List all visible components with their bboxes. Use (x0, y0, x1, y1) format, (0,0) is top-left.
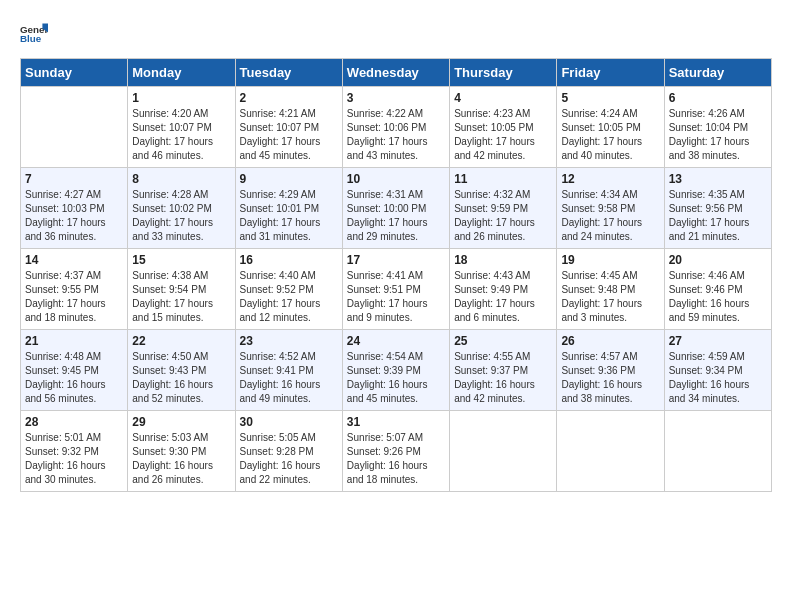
day-of-week-header: Tuesday (235, 59, 342, 87)
calendar-day-cell: 1Sunrise: 4:20 AM Sunset: 10:07 PM Dayli… (128, 87, 235, 168)
day-info: Sunrise: 4:57 AM Sunset: 9:36 PM Dayligh… (561, 350, 659, 406)
day-info: Sunrise: 4:48 AM Sunset: 9:45 PM Dayligh… (25, 350, 123, 406)
day-number: 19 (561, 253, 659, 267)
day-info: Sunrise: 4:40 AM Sunset: 9:52 PM Dayligh… (240, 269, 338, 325)
calendar-day-cell: 7Sunrise: 4:27 AM Sunset: 10:03 PM Dayli… (21, 168, 128, 249)
calendar-day-cell: 30Sunrise: 5:05 AM Sunset: 9:28 PM Dayli… (235, 411, 342, 492)
calendar-table: SundayMondayTuesdayWednesdayThursdayFrid… (20, 58, 772, 492)
day-number: 6 (669, 91, 767, 105)
day-number: 29 (132, 415, 230, 429)
calendar-day-cell: 3Sunrise: 4:22 AM Sunset: 10:06 PM Dayli… (342, 87, 449, 168)
day-info: Sunrise: 4:46 AM Sunset: 9:46 PM Dayligh… (669, 269, 767, 325)
calendar-day-cell: 14Sunrise: 4:37 AM Sunset: 9:55 PM Dayli… (21, 249, 128, 330)
day-of-week-header: Sunday (21, 59, 128, 87)
day-number: 9 (240, 172, 338, 186)
calendar-day-cell (21, 87, 128, 168)
day-number: 28 (25, 415, 123, 429)
day-info: Sunrise: 4:21 AM Sunset: 10:07 PM Daylig… (240, 107, 338, 163)
calendar-day-cell: 15Sunrise: 4:38 AM Sunset: 9:54 PM Dayli… (128, 249, 235, 330)
day-info: Sunrise: 5:05 AM Sunset: 9:28 PM Dayligh… (240, 431, 338, 487)
calendar-day-cell: 26Sunrise: 4:57 AM Sunset: 9:36 PM Dayli… (557, 330, 664, 411)
day-number: 23 (240, 334, 338, 348)
day-number: 31 (347, 415, 445, 429)
day-number: 1 (132, 91, 230, 105)
day-number: 2 (240, 91, 338, 105)
day-info: Sunrise: 4:35 AM Sunset: 9:56 PM Dayligh… (669, 188, 767, 244)
day-number: 3 (347, 91, 445, 105)
calendar-day-cell (557, 411, 664, 492)
day-number: 25 (454, 334, 552, 348)
day-number: 21 (25, 334, 123, 348)
calendar-week-row: 21Sunrise: 4:48 AM Sunset: 9:45 PM Dayli… (21, 330, 772, 411)
svg-text:Blue: Blue (20, 33, 42, 44)
calendar-day-cell: 22Sunrise: 4:50 AM Sunset: 9:43 PM Dayli… (128, 330, 235, 411)
day-info: Sunrise: 5:03 AM Sunset: 9:30 PM Dayligh… (132, 431, 230, 487)
day-info: Sunrise: 4:43 AM Sunset: 9:49 PM Dayligh… (454, 269, 552, 325)
day-info: Sunrise: 5:01 AM Sunset: 9:32 PM Dayligh… (25, 431, 123, 487)
calendar-day-cell: 17Sunrise: 4:41 AM Sunset: 9:51 PM Dayli… (342, 249, 449, 330)
calendar-day-cell: 31Sunrise: 5:07 AM Sunset: 9:26 PM Dayli… (342, 411, 449, 492)
day-number: 15 (132, 253, 230, 267)
day-number: 5 (561, 91, 659, 105)
calendar-day-cell: 2Sunrise: 4:21 AM Sunset: 10:07 PM Dayli… (235, 87, 342, 168)
calendar-day-cell: 20Sunrise: 4:46 AM Sunset: 9:46 PM Dayli… (664, 249, 771, 330)
day-info: Sunrise: 4:20 AM Sunset: 10:07 PM Daylig… (132, 107, 230, 163)
day-of-week-header: Thursday (450, 59, 557, 87)
calendar-day-cell: 16Sunrise: 4:40 AM Sunset: 9:52 PM Dayli… (235, 249, 342, 330)
day-info: Sunrise: 4:22 AM Sunset: 10:06 PM Daylig… (347, 107, 445, 163)
day-number: 8 (132, 172, 230, 186)
day-info: Sunrise: 4:52 AM Sunset: 9:41 PM Dayligh… (240, 350, 338, 406)
day-number: 27 (669, 334, 767, 348)
day-info: Sunrise: 4:32 AM Sunset: 9:59 PM Dayligh… (454, 188, 552, 244)
day-number: 18 (454, 253, 552, 267)
calendar-day-cell: 6Sunrise: 4:26 AM Sunset: 10:04 PM Dayli… (664, 87, 771, 168)
calendar-day-cell: 4Sunrise: 4:23 AM Sunset: 10:05 PM Dayli… (450, 87, 557, 168)
day-info: Sunrise: 4:41 AM Sunset: 9:51 PM Dayligh… (347, 269, 445, 325)
calendar-day-cell: 24Sunrise: 4:54 AM Sunset: 9:39 PM Dayli… (342, 330, 449, 411)
calendar-day-cell: 10Sunrise: 4:31 AM Sunset: 10:00 PM Dayl… (342, 168, 449, 249)
calendar-day-cell: 13Sunrise: 4:35 AM Sunset: 9:56 PM Dayli… (664, 168, 771, 249)
logo-icon: General Blue (20, 20, 48, 48)
day-of-week-header: Monday (128, 59, 235, 87)
calendar-day-cell: 8Sunrise: 4:28 AM Sunset: 10:02 PM Dayli… (128, 168, 235, 249)
day-of-week-header: Friday (557, 59, 664, 87)
day-info: Sunrise: 4:26 AM Sunset: 10:04 PM Daylig… (669, 107, 767, 163)
day-info: Sunrise: 4:31 AM Sunset: 10:00 PM Daylig… (347, 188, 445, 244)
day-info: Sunrise: 4:28 AM Sunset: 10:02 PM Daylig… (132, 188, 230, 244)
day-number: 11 (454, 172, 552, 186)
day-number: 20 (669, 253, 767, 267)
day-number: 4 (454, 91, 552, 105)
header: General Blue (20, 20, 772, 48)
logo: General Blue (20, 20, 48, 48)
day-of-week-header: Saturday (664, 59, 771, 87)
calendar-day-cell: 5Sunrise: 4:24 AM Sunset: 10:05 PM Dayli… (557, 87, 664, 168)
day-info: Sunrise: 4:38 AM Sunset: 9:54 PM Dayligh… (132, 269, 230, 325)
calendar-week-row: 1Sunrise: 4:20 AM Sunset: 10:07 PM Dayli… (21, 87, 772, 168)
day-info: Sunrise: 4:23 AM Sunset: 10:05 PM Daylig… (454, 107, 552, 163)
day-number: 14 (25, 253, 123, 267)
calendar-day-cell: 25Sunrise: 4:55 AM Sunset: 9:37 PM Dayli… (450, 330, 557, 411)
day-number: 26 (561, 334, 659, 348)
day-info: Sunrise: 4:24 AM Sunset: 10:05 PM Daylig… (561, 107, 659, 163)
day-number: 12 (561, 172, 659, 186)
calendar-day-cell: 21Sunrise: 4:48 AM Sunset: 9:45 PM Dayli… (21, 330, 128, 411)
calendar-day-cell: 29Sunrise: 5:03 AM Sunset: 9:30 PM Dayli… (128, 411, 235, 492)
calendar-week-row: 28Sunrise: 5:01 AM Sunset: 9:32 PM Dayli… (21, 411, 772, 492)
day-number: 30 (240, 415, 338, 429)
day-number: 22 (132, 334, 230, 348)
day-number: 13 (669, 172, 767, 186)
day-number: 16 (240, 253, 338, 267)
calendar-day-cell (664, 411, 771, 492)
calendar-day-cell: 12Sunrise: 4:34 AM Sunset: 9:58 PM Dayli… (557, 168, 664, 249)
day-number: 17 (347, 253, 445, 267)
day-info: Sunrise: 4:27 AM Sunset: 10:03 PM Daylig… (25, 188, 123, 244)
day-number: 24 (347, 334, 445, 348)
calendar-header-row: SundayMondayTuesdayWednesdayThursdayFrid… (21, 59, 772, 87)
day-info: Sunrise: 4:59 AM Sunset: 9:34 PM Dayligh… (669, 350, 767, 406)
calendar-week-row: 7Sunrise: 4:27 AM Sunset: 10:03 PM Dayli… (21, 168, 772, 249)
calendar-day-cell: 28Sunrise: 5:01 AM Sunset: 9:32 PM Dayli… (21, 411, 128, 492)
day-of-week-header: Wednesday (342, 59, 449, 87)
day-info: Sunrise: 4:55 AM Sunset: 9:37 PM Dayligh… (454, 350, 552, 406)
day-info: Sunrise: 5:07 AM Sunset: 9:26 PM Dayligh… (347, 431, 445, 487)
calendar-day-cell: 19Sunrise: 4:45 AM Sunset: 9:48 PM Dayli… (557, 249, 664, 330)
